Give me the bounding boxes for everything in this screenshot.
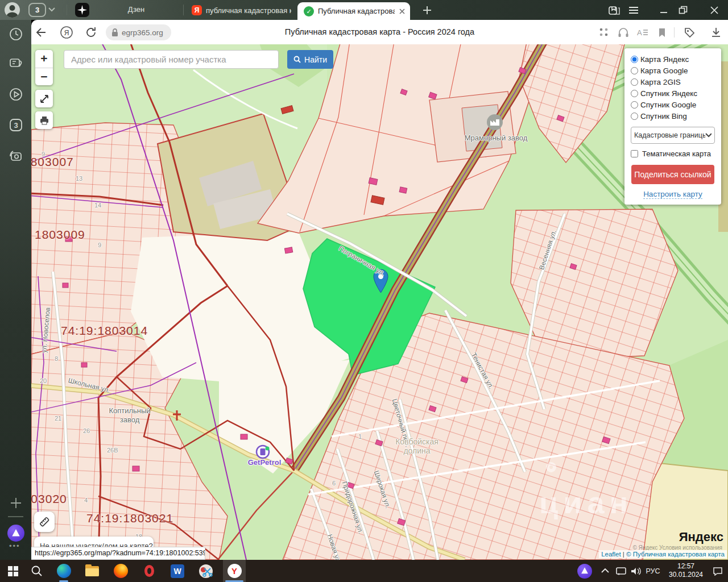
profile-avatar[interactable]	[5, 2, 20, 18]
chevron-down-icon[interactable]	[48, 7, 55, 12]
windows-taskbar: W Y РУС 12:57 30.01.2024	[0, 560, 728, 582]
layer-option-bing-sat[interactable]: Спутник Bing	[631, 110, 715, 122]
address-bar[interactable]: egrp365.org	[106, 24, 171, 40]
status-url: https://egrp365.org/map/?kadnum=74:19:18…	[31, 547, 205, 560]
tab-cadastral-2[interactable]: Я публичная кадастровая ка	[186, 2, 297, 18]
tray-language[interactable]: РУС	[643, 560, 663, 582]
close-tab-icon[interactable]	[399, 8, 406, 15]
radio-icon[interactable]	[631, 67, 638, 74]
start-button[interactable]	[2, 560, 24, 582]
lot-number: 20	[40, 377, 47, 384]
layer-option-2gis-map[interactable]: Карта 2GIS	[631, 76, 715, 88]
tab-counter-button[interactable]: 3	[28, 3, 46, 17]
close-window-icon[interactable]	[708, 3, 721, 17]
yandex-logo: Яндекс	[679, 530, 723, 544]
measure-button[interactable]	[34, 512, 55, 532]
place-line: завод	[120, 415, 139, 424]
radio-icon[interactable]	[631, 78, 638, 86]
borders-select[interactable]: Кадастровые границы 2024	[631, 127, 715, 144]
configure-map-link[interactable]: Настроить карту	[631, 190, 715, 198]
leaflet-link[interactable]: Leaflet	[601, 551, 621, 558]
thematic-map-label: Тематическая карта	[642, 149, 711, 158]
tray-cast-icon[interactable]	[613, 560, 629, 582]
taskbar-explorer-icon[interactable]	[81, 560, 104, 582]
alice-assistant-icon[interactable]	[7, 525, 24, 542]
fullscreen-button[interactable]	[35, 90, 53, 107]
taskbar-word-icon[interactable]: W	[166, 560, 189, 582]
tab-label: Публичная кадастрова	[318, 7, 395, 15]
zoom-out-button[interactable]: −	[35, 68, 53, 86]
lock-icon	[111, 28, 118, 37]
checkbox-icon[interactable]	[631, 150, 638, 157]
taskbar-snip-icon[interactable]	[195, 560, 217, 582]
layer-option-yandex-sat[interactable]: Спутник Яндекс	[631, 88, 715, 99]
tab-cadastral-active[interactable]: ✓ Публичная кадастрова	[297, 2, 410, 20]
place-label-valley: Ковбойская долина	[383, 437, 451, 455]
map-viewport[interactable]: 1803007 1803009 74:19:1803014 1803020 74…	[31, 44, 728, 560]
more-options-icon[interactable]: •••	[9, 542, 20, 550]
lot-number: 14	[94, 202, 101, 209]
taskbar-edge-icon[interactable]	[52, 560, 75, 582]
share-link-button[interactable]: Поделиться ссылкой	[631, 165, 714, 184]
taskbar-firefox-icon[interactable]	[109, 560, 132, 582]
back-icon[interactable]	[34, 26, 48, 39]
tab-dzen[interactable]: Дзен	[92, 5, 180, 14]
layer-option-google-map[interactable]: Карта Google	[631, 65, 715, 76]
radio-icon[interactable]	[631, 113, 638, 120]
svg-text:A: A	[637, 28, 642, 37]
thematic-map-checkbox-row[interactable]: Тематическая карта	[631, 149, 715, 158]
radio-icon[interactable]	[631, 56, 638, 63]
new-tab-icon[interactable]	[420, 3, 434, 17]
checkmark-favicon: ✓	[304, 6, 314, 16]
copyright-link[interactable]: © Публичная кадастровая карта	[626, 551, 725, 558]
yandex-home-icon[interactable]: Я	[60, 26, 73, 39]
bookmark-icon[interactable]	[655, 26, 669, 39]
radio-icon[interactable]	[631, 101, 638, 109]
video-icon[interactable]	[9, 87, 23, 102]
sidebar-add-icon[interactable]	[9, 496, 23, 510]
notes-icon[interactable]	[9, 56, 23, 71]
place-label-marble-plant: Мраморный завод	[462, 134, 530, 143]
quarter-label: 1803007	[31, 155, 74, 169]
chevron-down-icon	[705, 133, 712, 138]
tray-volume-icon[interactable]	[628, 560, 644, 582]
tabs-count-icon[interactable]: 3	[9, 118, 23, 132]
layer-option-label: Спутник Bing	[640, 112, 687, 120]
reload-icon[interactable]	[84, 26, 98, 39]
layer-panel: Карта Яндекс Карта Google Карта 2GIS Спу…	[624, 48, 721, 205]
minimize-icon[interactable]	[657, 3, 671, 17]
find-button[interactable]: Найти	[287, 50, 333, 69]
tray-chevron-icon[interactable]	[597, 560, 613, 582]
history-icon[interactable]	[9, 27, 23, 41]
print-button[interactable]	[35, 111, 53, 129]
download-icon[interactable]	[709, 26, 723, 39]
lot-number: 9	[42, 151, 45, 157]
lot-number: 1	[358, 433, 362, 440]
tray-notifications-icon[interactable]	[709, 560, 727, 582]
tab-label: публичная кадастровая ка	[206, 6, 291, 15]
taskbar-opera-icon[interactable]	[138, 560, 160, 582]
place-label-petrol: GetPetrol	[236, 458, 293, 467]
place-line: долина	[403, 446, 430, 455]
zoom-in-button[interactable]: +	[35, 50, 53, 68]
layer-option-yandex-map[interactable]: Карта Яндекс	[631, 53, 715, 65]
search-input[interactable]	[64, 50, 279, 69]
taskbar-search-icon[interactable]	[26, 560, 48, 582]
price-tag-icon[interactable]	[682, 26, 696, 39]
headphones-icon[interactable]	[617, 26, 630, 39]
zoom-control: + −	[35, 50, 53, 85]
taskbar-yandex-browser-icon[interactable]: Y	[223, 560, 246, 582]
restore-icon[interactable]	[676, 3, 690, 17]
reader-mode-icon[interactable]: A	[636, 26, 650, 39]
screenshot-icon[interactable]	[9, 148, 23, 163]
browser-tab-bar: 3 Дзен Я публичная кадастровая ка ✓ Публ…	[0, 0, 728, 20]
radio-icon[interactable]	[631, 90, 638, 97]
layer-option-google-sat[interactable]: Спутник Google	[631, 99, 715, 110]
side-panel-icon[interactable]	[607, 3, 621, 17]
attribution: Leaflet | © Публичная кадастровая карта	[599, 550, 727, 558]
menu-icon[interactable]	[627, 3, 640, 17]
tray-clock[interactable]: 12:57 30.01.2024	[664, 562, 708, 579]
lot-number: 13	[76, 175, 82, 182]
collections-icon[interactable]	[597, 26, 611, 39]
taskbar-alice-icon[interactable]	[573, 560, 596, 582]
